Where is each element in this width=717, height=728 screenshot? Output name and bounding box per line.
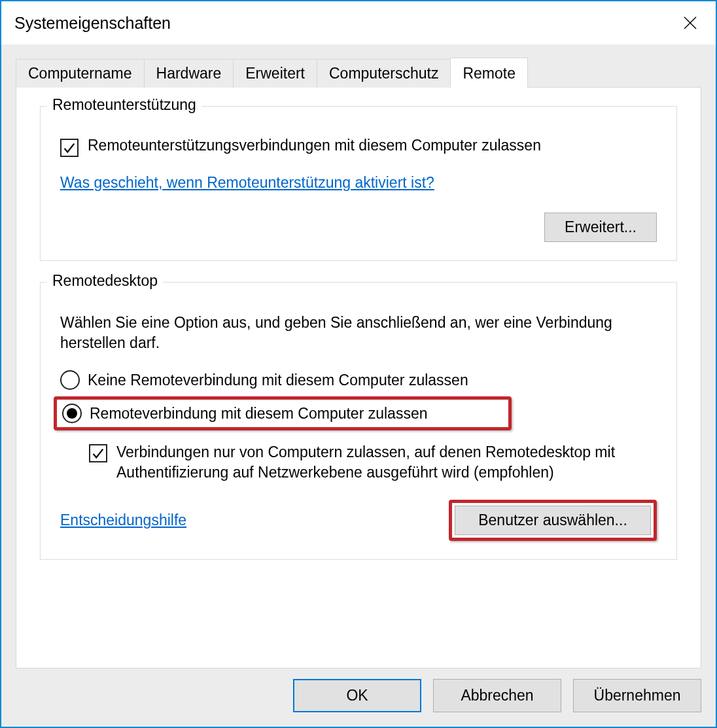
ok-button[interactable]: OK (293, 679, 421, 712)
tab-panel-remote: Remoteunterstützung Remoteunterstützungs… (16, 87, 701, 668)
group-title-remote-desktop: Remotedesktop (47, 272, 163, 290)
system-properties-window: Systemeigenschaften Computername Hardwar… (0, 0, 717, 728)
tab-remote[interactable]: Remote (450, 58, 528, 88)
close-icon[interactable] (676, 9, 704, 37)
client-area: Computername Hardware Erweitert Computer… (1, 44, 716, 668)
remote-desktop-description: Wählen Sie eine Option aus, und geben Si… (60, 313, 657, 353)
tab-computer-name[interactable]: Computername (16, 59, 145, 88)
radio-allow-remote[interactable] (62, 404, 82, 423)
highlight-select-users: Benutzer auswählen... (449, 500, 657, 541)
titlebar: Systemeigenschaften (1, 1, 716, 44)
select-users-button[interactable]: Benutzer auswählen... (455, 506, 651, 535)
remote-desktop-help-link[interactable]: Entscheidungshilfe (60, 510, 186, 530)
radio-no-remote[interactable] (60, 370, 80, 390)
tab-computer-protection[interactable]: Computerschutz (317, 59, 451, 88)
highlight-allow-remote: Remoteverbindung mit diesem Computer zul… (54, 396, 512, 430)
cancel-button[interactable]: Abbrechen (433, 679, 561, 712)
nla-row: Verbindungen nur von Computern zulassen,… (89, 442, 657, 483)
remote-desktop-bottom-row: Entscheidungshilfe Benutzer auswählen... (60, 500, 657, 541)
nla-checkbox[interactable] (89, 444, 107, 462)
tab-hardware[interactable]: Hardware (144, 59, 234, 88)
radio-allow-remote-label: Remoteverbindung mit diesem Computer zul… (90, 405, 427, 423)
group-remote-desktop: Remotedesktop Wählen Sie eine Option aus… (40, 282, 677, 560)
nla-label: Verbindungen nur von Computern zulassen,… (116, 442, 657, 483)
remote-assistance-advanced-button[interactable]: Erweitert... (544, 213, 657, 242)
group-title-remote-assistance: Remoteunterstützung (47, 96, 201, 114)
allow-remote-assistance-checkbox[interactable] (60, 139, 79, 157)
remote-assistance-help-link[interactable]: Was geschieht, wenn Remoteunterstützung … (60, 173, 434, 193)
radio-no-remote-row: Keine Remoteverbindung mit diesem Comput… (60, 366, 657, 394)
allow-remote-assistance-label: Remoteunterstützungsverbindungen mit die… (88, 137, 541, 154)
allow-remote-assistance-row: Remoteunterstützungsverbindungen mit die… (60, 137, 657, 157)
tab-advanced[interactable]: Erweitert (233, 59, 317, 88)
group-remote-assistance: Remoteunterstützung Remoteunterstützungs… (40, 106, 677, 261)
radio-no-remote-label: Keine Remoteverbindung mit diesem Comput… (88, 372, 468, 389)
window-title: Systemeigenschaften (14, 14, 676, 33)
apply-button[interactable]: Übernehmen (573, 679, 701, 712)
tabstrip: Computername Hardware Erweitert Computer… (16, 58, 701, 88)
dialog-button-row: OK Abbrechen Übernehmen (1, 668, 716, 727)
